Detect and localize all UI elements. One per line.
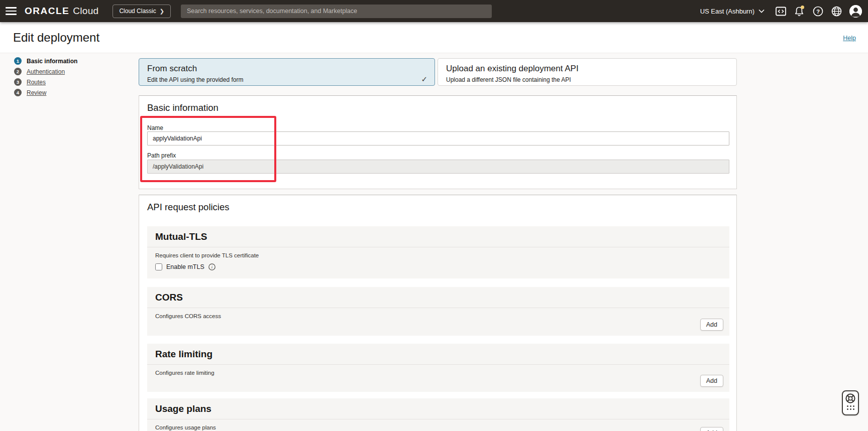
step-review[interactable]: 4 Review: [14, 89, 77, 96]
oracle-cloud-console: ORACLE Cloud Cloud Classic ❯ US East (As…: [0, 0, 868, 431]
selected-check-icon: ✓: [421, 75, 427, 84]
region-label: US East (Ashburn): [700, 8, 754, 15]
path-prefix-field-label: Path prefix: [147, 152, 176, 159]
svg-text:i: i: [211, 264, 213, 269]
step-label[interactable]: Review: [27, 89, 46, 96]
basic-information-panel: Basic information Name Path prefix: [139, 95, 737, 189]
floating-help-widget[interactable]: [842, 390, 859, 415]
step-basic-information: 1 Basic information: [14, 57, 77, 65]
card-title: From scratch: [147, 64, 426, 74]
topbar-right-group: US East (Ashburn): [700, 0, 862, 22]
notifications-bell-icon[interactable]: [794, 6, 805, 17]
chevron-down-icon: [758, 9, 765, 13]
step-label: Basic information: [27, 58, 77, 65]
step-number-badge: 2: [14, 68, 22, 75]
help-link[interactable]: Help: [843, 35, 856, 42]
svg-text:?: ?: [816, 8, 820, 14]
developer-tools-icon[interactable]: [775, 6, 786, 17]
api-request-policies-panel: API request policies Mutual-TLS Requires…: [139, 195, 737, 431]
cors-description: Configures CORS access: [147, 308, 729, 319]
card-subtitle: Upload a different JSON file containing …: [446, 76, 728, 83]
cloud-classic-button[interactable]: Cloud Classic ❯: [113, 5, 171, 18]
usage-plans-title: Usage plans: [147, 398, 729, 419]
rate-limiting-description: Configures rate limiting: [147, 365, 729, 376]
region-selector[interactable]: US East (Ashburn): [700, 8, 765, 15]
name-input[interactable]: [147, 131, 729, 146]
step-number-badge: 3: [14, 78, 22, 86]
step-routes[interactable]: 3 Routes: [14, 78, 77, 86]
language-globe-icon[interactable]: [831, 6, 842, 17]
usage-plans-description: Configures usage plans: [147, 419, 729, 430]
enable-mtls-checkbox[interactable]: [155, 263, 162, 270]
mutual-tls-section: Mutual-TLS Requires client to provide TL…: [147, 226, 729, 278]
life-ring-icon: [845, 393, 856, 404]
basic-information-heading: Basic information: [147, 102, 219, 113]
brand-cloud: Cloud: [73, 6, 98, 17]
card-subtitle: Edit the API using the provided form: [147, 76, 426, 83]
user-avatar[interactable]: [849, 5, 862, 18]
enable-mtls-row: Enable mTLS i: [147, 258, 729, 270]
step-label[interactable]: Routes: [27, 79, 46, 86]
oracle-cloud-logo[interactable]: ORACLE Cloud: [25, 6, 98, 17]
card-title: Upload an existing deployment API: [446, 64, 728, 74]
search-input[interactable]: [181, 5, 492, 18]
step-number-badge: 1: [14, 57, 22, 65]
mutual-tls-description: Requires client to provide TLS certifica…: [147, 247, 729, 258]
wizard-steps-nav: 1 Basic information 2 Authentication 3 R…: [14, 57, 77, 99]
page-header: Edit deployment Help: [0, 22, 868, 53]
rate-limiting-section: Rate limiting Configures rate limiting A…: [147, 344, 729, 392]
rate-limiting-title: Rate limiting: [147, 344, 729, 365]
brand-oracle: ORACLE: [25, 6, 69, 17]
card-upload-existing-api[interactable]: Upload an existing deployment API Upload…: [438, 58, 737, 86]
api-request-policies-heading: API request policies: [147, 202, 230, 213]
page-title: Edit deployment: [13, 31, 99, 45]
card-from-scratch[interactable]: From scratch Edit the API using the prov…: [139, 58, 435, 86]
rate-limiting-add-button[interactable]: Add: [700, 375, 723, 387]
top-navigation-bar: ORACLE Cloud Cloud Classic ❯ US East (As…: [0, 0, 868, 22]
cloud-classic-label: Cloud Classic: [119, 8, 156, 15]
info-icon[interactable]: i: [208, 263, 215, 270]
path-prefix-input: [147, 160, 729, 174]
mutual-tls-title: Mutual-TLS: [147, 226, 729, 247]
chevron-right-icon: ❯: [160, 8, 164, 15]
cors-section: CORS Configures CORS access Add: [147, 287, 729, 336]
help-icon[interactable]: ?: [812, 6, 823, 17]
step-number-badge: 4: [14, 89, 22, 96]
usage-plans-add-button[interactable]: Add: [700, 427, 723, 431]
enable-mtls-label: Enable mTLS: [166, 263, 204, 270]
step-authentication[interactable]: 2 Authentication: [14, 68, 77, 75]
cors-add-button[interactable]: Add: [700, 319, 723, 331]
usage-plans-section: Usage plans Configures usage plans Add: [147, 398, 729, 431]
name-field-label: Name: [147, 124, 163, 131]
hamburger-menu-icon[interactable]: [6, 7, 17, 15]
notification-dot: [801, 6, 804, 9]
deployment-source-cards: From scratch Edit the API using the prov…: [139, 58, 737, 86]
drag-handle-dots-icon: [847, 405, 854, 410]
cors-title: CORS: [147, 287, 729, 308]
step-label[interactable]: Authentication: [27, 68, 65, 75]
